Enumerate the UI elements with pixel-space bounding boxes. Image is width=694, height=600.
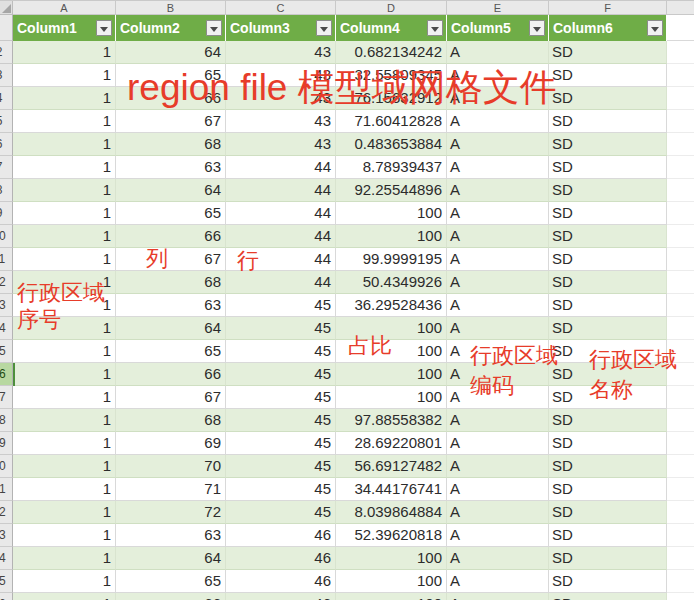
table-cell[interactable]: SD: [549, 317, 667, 340]
table-cell[interactable]: 56.69127482: [336, 455, 447, 478]
row-header-20[interactable]: 20: [0, 455, 13, 478]
table-cell[interactable]: A: [447, 432, 549, 455]
table-cell[interactable]: 0.682134242: [336, 41, 447, 64]
table-cell[interactable]: 92.25544896: [336, 179, 447, 202]
table-cell[interactable]: A: [447, 478, 549, 501]
filter-dropdown-button[interactable]: [96, 20, 112, 36]
table-cell[interactable]: SD: [549, 225, 667, 248]
table-cell[interactable]: 63: [116, 294, 226, 317]
table-cell[interactable]: SD: [549, 478, 667, 501]
table-cell[interactable]: A: [447, 524, 549, 547]
table-cell[interactable]: 1: [13, 570, 116, 593]
filter-dropdown-button[interactable]: [529, 20, 545, 36]
table-cell[interactable]: 66: [116, 87, 226, 110]
table-cell[interactable]: 44: [226, 156, 336, 179]
table-cell[interactable]: 70: [116, 455, 226, 478]
table-cell[interactable]: 46: [226, 593, 336, 600]
row-header-12[interactable]: 12: [0, 271, 13, 294]
table-cell[interactable]: 65: [116, 570, 226, 593]
table-cell[interactable]: 67: [116, 386, 226, 409]
table-cell[interactable]: 67: [116, 248, 226, 271]
table-cell[interactable]: SD: [549, 409, 667, 432]
row-header-18[interactable]: 18: [0, 409, 13, 432]
table-cell[interactable]: 45: [226, 501, 336, 524]
table-cell[interactable]: 100: [336, 340, 447, 363]
table-cell[interactable]: 64: [116, 317, 226, 340]
table-cell[interactable]: 1: [13, 87, 116, 110]
table-cell[interactable]: 99.9999195: [336, 248, 447, 271]
table-cell[interactable]: A: [447, 248, 549, 271]
table-cell[interactable]: SD: [549, 455, 667, 478]
table-cell[interactable]: 100: [336, 202, 447, 225]
table-cell[interactable]: A: [447, 110, 549, 133]
row-header-8[interactable]: 8: [0, 179, 13, 202]
row-header-10[interactable]: 10: [0, 225, 13, 248]
table-cell[interactable]: 1: [13, 501, 116, 524]
table-cell[interactable]: 68: [116, 133, 226, 156]
table-cell[interactable]: 1: [13, 156, 116, 179]
column-letter-D[interactable]: D: [336, 1, 447, 15]
row-header-17[interactable]: 17: [0, 386, 13, 409]
table-cell[interactable]: SD: [549, 202, 667, 225]
table-cell[interactable]: 65: [116, 64, 226, 87]
table-cell[interactable]: 46: [226, 570, 336, 593]
table-cell[interactable]: 44: [226, 179, 336, 202]
table-cell[interactable]: 100: [336, 547, 447, 570]
table-cell[interactable]: A: [447, 570, 549, 593]
table-cell[interactable]: 45: [226, 432, 336, 455]
column-letter-A[interactable]: A: [13, 1, 116, 15]
table-cell[interactable]: SD: [549, 271, 667, 294]
table-cell[interactable]: A: [447, 202, 549, 225]
row-header-25[interactable]: 25: [0, 570, 13, 593]
table-cell[interactable]: 68: [116, 271, 226, 294]
table-cell[interactable]: 45: [226, 340, 336, 363]
table-cell[interactable]: 43: [226, 64, 336, 87]
table-cell[interactable]: 8.78939437: [336, 156, 447, 179]
table-cell[interactable]: 1: [13, 455, 116, 478]
table-cell[interactable]: 100: [336, 593, 447, 600]
filter-dropdown-button[interactable]: [427, 20, 443, 36]
table-cell[interactable]: 52.39620818: [336, 524, 447, 547]
select-all-corner[interactable]: [0, 1, 13, 15]
table-cell[interactable]: SD: [549, 570, 667, 593]
table-cell[interactable]: 1: [13, 133, 116, 156]
table-cell[interactable]: 32.55809345: [336, 64, 447, 87]
table-cell[interactable]: 45: [226, 363, 336, 386]
row-header-26[interactable]: 26: [0, 593, 13, 600]
table-cell[interactable]: 1: [13, 248, 116, 271]
table-cell[interactable]: 72: [116, 501, 226, 524]
row-header-13[interactable]: 13: [0, 294, 13, 317]
table-cell[interactable]: 44: [226, 248, 336, 271]
row-header-3[interactable]: 3: [0, 64, 13, 87]
table-cell[interactable]: SD: [549, 64, 667, 87]
table-cell[interactable]: 28.69220801: [336, 432, 447, 455]
table-cell[interactable]: 66: [116, 363, 226, 386]
table-cell[interactable]: 43: [226, 87, 336, 110]
row-header-5[interactable]: 5: [0, 110, 13, 133]
table-cell[interactable]: 71: [116, 478, 226, 501]
table-cell[interactable]: SD: [549, 386, 667, 409]
table-cell[interactable]: 64: [116, 547, 226, 570]
table-cell[interactable]: 1: [13, 524, 116, 547]
table-cell[interactable]: SD: [549, 87, 667, 110]
table-cell[interactable]: SD: [549, 593, 667, 600]
row-header-2[interactable]: 2: [0, 41, 13, 64]
table-cell[interactable]: A: [447, 409, 549, 432]
table-cell[interactable]: 67: [116, 110, 226, 133]
header-cell-column2[interactable]: Column2: [116, 15, 226, 41]
table-cell[interactable]: 100: [336, 570, 447, 593]
table-cell[interactable]: 100: [336, 363, 447, 386]
table-cell[interactable]: 1: [13, 386, 116, 409]
table-cell[interactable]: 97.88558382: [336, 409, 447, 432]
row-header-4[interactable]: 4: [0, 87, 13, 110]
table-cell[interactable]: SD: [549, 179, 667, 202]
table-cell[interactable]: A: [447, 386, 549, 409]
table-cell[interactable]: 68: [116, 409, 226, 432]
table-cell[interactable]: A: [447, 271, 549, 294]
table-cell[interactable]: 34.44176741: [336, 478, 447, 501]
table-cell[interactable]: 1: [13, 363, 116, 386]
table-cell[interactable]: A: [447, 593, 549, 600]
table-cell[interactable]: 44: [226, 225, 336, 248]
column-letter-C[interactable]: C: [226, 1, 336, 15]
table-cell[interactable]: 71.60412828: [336, 110, 447, 133]
